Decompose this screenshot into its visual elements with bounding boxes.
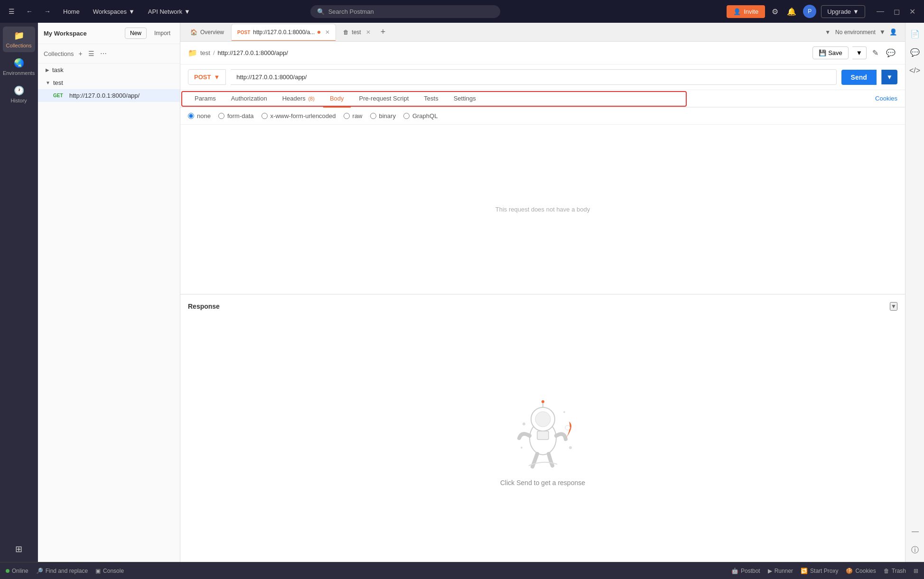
env-settings-icon[interactable]: 👤 xyxy=(889,28,897,36)
add-collection-button[interactable]: + xyxy=(78,49,84,58)
comments-icon-button[interactable]: 💬 xyxy=(907,45,923,60)
start-proxy-button[interactable]: 🔁 Start Proxy xyxy=(801,568,838,574)
body-option-none[interactable]: none xyxy=(188,112,211,119)
find-replace-icon: 🔎 xyxy=(36,568,43,574)
more-options-button[interactable]: ⋯ xyxy=(99,49,108,58)
docs-icon-button[interactable]: 📄 xyxy=(907,27,923,41)
tab-authorization[interactable]: Authorization xyxy=(224,90,274,108)
environments-icon: 🌏 xyxy=(14,58,24,68)
breadcrumb-parent[interactable]: test xyxy=(200,49,210,56)
shortcut-icon-button[interactable]: ⸻ xyxy=(908,524,922,539)
api-network-link[interactable]: API Network ▼ xyxy=(144,6,194,17)
save-button[interactable]: 💾 Save xyxy=(812,46,849,59)
tree-item-get-app[interactable]: GET http://127.0.0.1:8000/app/ xyxy=(38,89,180,102)
settings-icon-button[interactable]: ⚙ xyxy=(770,5,780,18)
cookies-status-button[interactable]: 🍪 Cookies xyxy=(846,568,876,574)
info-icon-button[interactable]: ⓘ xyxy=(908,542,922,558)
svg-point-3 xyxy=(565,425,570,430)
tree-item-task[interactable]: ▶ task xyxy=(38,64,180,76)
response-area: Response ▼ xyxy=(180,294,905,562)
body-option-urlencoded[interactable]: x-www-form-urlencoded xyxy=(261,112,336,119)
trash-button[interactable]: 🗑 Trash xyxy=(884,568,906,574)
save-icon: 💾 xyxy=(819,49,826,56)
close-button[interactable]: ✕ xyxy=(906,6,918,17)
tab-post-request[interactable]: POST http://127.0.0.1:8000/a... ✕ xyxy=(231,24,336,41)
body-option-graphql[interactable]: GraphQL xyxy=(403,112,438,119)
back-button[interactable]: ← xyxy=(23,6,36,17)
sidebar-item-collections[interactable]: 📁 Collections xyxy=(3,27,35,52)
new-button[interactable]: New xyxy=(125,28,147,39)
tab-tests[interactable]: Tests xyxy=(417,90,445,108)
tab-headers[interactable]: Headers (8) xyxy=(276,90,321,108)
trash-icon: 🗑 xyxy=(884,568,889,574)
url-input[interactable] xyxy=(231,69,836,85)
invite-button[interactable]: 👤 Invite xyxy=(727,5,765,18)
tab-overview[interactable]: 🏠 Overview xyxy=(184,24,230,41)
window-controls: — ◻ ✕ xyxy=(874,6,918,17)
titlebar-right: 👤 Invite ⚙ 🔔 P Upgrade ▼ — ◻ ✕ xyxy=(727,5,918,18)
tab-unsaved-dot xyxy=(317,31,320,34)
collections-header: Collections + ☰ ⋯ xyxy=(38,44,180,64)
main-layout: 📁 Collections 🌏 Environments 🕐 History ⊞… xyxy=(0,23,924,562)
minimize-button[interactable]: — xyxy=(874,6,887,17)
tree-item-test[interactable]: ▼ test xyxy=(38,76,180,89)
home-link[interactable]: Home xyxy=(59,6,84,17)
status-online[interactable]: Online xyxy=(6,568,28,574)
collections-icon: 📁 xyxy=(14,30,24,41)
breadcrumb-sep: / xyxy=(213,49,215,56)
console-button[interactable]: ▣ Console xyxy=(95,568,124,574)
cookies-link[interactable]: Cookies xyxy=(875,90,897,107)
search-icon: 🔍 xyxy=(317,8,325,15)
online-indicator xyxy=(6,569,9,573)
tab-body[interactable]: Body xyxy=(323,90,351,108)
body-option-binary[interactable]: binary xyxy=(370,112,396,119)
menu-button[interactable]: ☰ xyxy=(6,6,18,17)
overview-icon: 🏠 xyxy=(190,29,197,36)
tab-test[interactable]: 🗑 test ✕ xyxy=(337,24,376,41)
tab-params[interactable]: Params xyxy=(188,90,223,108)
response-empty: Click Send to get a response xyxy=(188,318,897,554)
maximize-button[interactable]: ◻ xyxy=(891,6,903,17)
edit-icon-button[interactable]: ✎ xyxy=(870,46,880,59)
collection-icon: 📁 xyxy=(188,48,197,57)
sidebar-item-history[interactable]: 🕐 History xyxy=(3,82,35,107)
send-dropdown-button[interactable]: ▼ xyxy=(881,70,897,84)
trash-icon: 🗑 xyxy=(343,29,349,36)
tab-group: 🏠 Overview POST http://127.0.0.1:8000/a.… xyxy=(184,24,824,41)
filter-button[interactable]: ☰ xyxy=(87,49,95,58)
collections-panel: My Workspace New Import Collections + ☰ … xyxy=(38,23,180,562)
layout-button[interactable]: ⊞ xyxy=(914,568,918,574)
avatar-button[interactable]: P xyxy=(803,5,816,18)
env-dropdown-button[interactable]: ▼ xyxy=(879,28,886,36)
sidebar-item-environments[interactable]: 🌏 Environments xyxy=(3,54,35,80)
svg-point-10 xyxy=(541,400,544,403)
tab-close-button[interactable]: ✕ xyxy=(325,29,330,36)
tab-close-test[interactable]: ✕ xyxy=(366,29,371,36)
request-actions: 💾 Save ▼ ✎ 💬 xyxy=(812,46,897,59)
search-bar[interactable]: 🔍 Search Postman xyxy=(310,5,500,18)
import-button[interactable]: Import xyxy=(150,28,174,38)
content-area: 🏠 Overview POST http://127.0.0.1:8000/a.… xyxy=(180,23,905,562)
postbot-button[interactable]: 🤖 Postbot xyxy=(731,568,760,574)
tab-overflow-button[interactable]: ▼ xyxy=(825,29,831,36)
notification-icon-button[interactable]: 🔔 xyxy=(785,5,798,18)
tab-settings[interactable]: Settings xyxy=(447,90,483,108)
sidebar-item-extensions[interactable]: ⊞ xyxy=(3,540,35,558)
forward-button[interactable]: → xyxy=(41,6,54,17)
runner-button[interactable]: ▶ Runner xyxy=(768,568,793,574)
comment-icon-button[interactable]: 💬 xyxy=(884,46,897,59)
find-replace-button[interactable]: 🔎 Find and replace xyxy=(36,568,88,574)
right-panel: 📄 💬 </> ⸻ ⓘ xyxy=(905,23,924,562)
send-button[interactable]: Send xyxy=(841,70,877,85)
body-option-raw[interactable]: raw xyxy=(344,112,363,119)
method-select[interactable]: POST ▼ xyxy=(188,69,226,85)
code-icon-button[interactable]: </> xyxy=(906,64,923,78)
upgrade-button[interactable]: Upgrade ▼ xyxy=(821,5,865,18)
response-collapse-button[interactable]: ▼ xyxy=(890,302,897,311)
svg-point-2 xyxy=(535,412,551,427)
workspaces-link[interactable]: Workspaces ▼ xyxy=(89,6,139,17)
save-dropdown-button[interactable]: ▼ xyxy=(852,46,867,59)
add-tab-button[interactable]: + xyxy=(378,27,389,37)
body-option-form-data[interactable]: form-data xyxy=(218,112,254,119)
tab-pre-request[interactable]: Pre-request Script xyxy=(353,90,416,108)
